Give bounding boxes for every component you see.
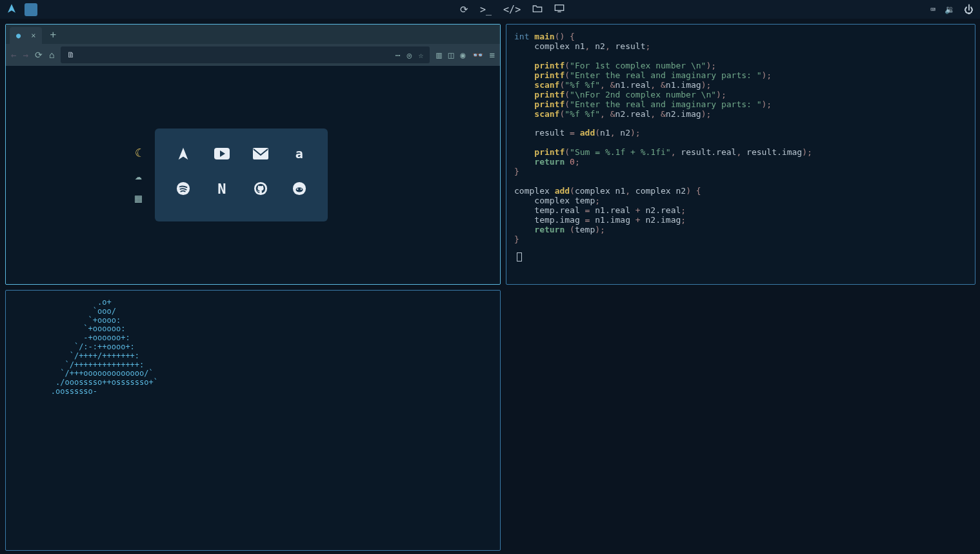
home-button[interactable]: ⌂	[49, 50, 54, 60]
workspace-3[interactable]	[61, 3, 74, 16]
folder-icon[interactable]	[532, 4, 543, 15]
sidebar-icon[interactable]: ◫	[448, 50, 454, 60]
forward-button[interactable]: →	[23, 50, 28, 60]
monitor-icon[interactable]	[554, 4, 565, 15]
top-panel: ⟳ >_ </> ⌨ 🔉 ⏻	[0, 0, 980, 19]
reload-button[interactable]: ⟳	[35, 50, 43, 60]
svg-point-9	[300, 189, 301, 190]
account-icon[interactable]: ◉	[460, 50, 465, 60]
terminal-icon[interactable]: >_	[480, 4, 492, 15]
moon-icon: ☾	[135, 146, 142, 159]
volume-indicator[interactable]: 🔉	[945, 5, 955, 14]
svg-point-7	[295, 187, 303, 192]
workspace-5[interactable]	[97, 3, 110, 16]
browser-tabbar: ● × +	[6, 25, 500, 44]
speaker-icon: 🔉	[945, 5, 955, 14]
mail-icon[interactable]	[252, 145, 269, 162]
spotify-icon[interactable]	[175, 180, 192, 197]
cloud-icon: ☁	[135, 169, 142, 182]
arch-ascii-logo: .o+ `ooo/ `+oooo: `+oooooo: -+oooooo+: `…	[14, 298, 158, 396]
arch-logo-icon	[6, 3, 17, 16]
close-icon[interactable]: ×	[31, 31, 35, 40]
startpage-weather-column: ☾ ☁ ▦	[135, 146, 142, 205]
calendar-icon: ▦	[135, 191, 142, 205]
code-content: int main() { complex n1, n2, result; pri…	[514, 32, 967, 245]
browser-window: ● × + ← → ⟳ ⌂ 🗎 ⋯ ◎ ☆ ▥ ◫	[5, 24, 501, 285]
browser-viewport: ☾ ☁ ▦ a N	[6, 66, 500, 284]
archlinux-icon[interactable]	[175, 145, 192, 162]
browser-tab[interactable]: ● ×	[10, 27, 42, 44]
library-icon[interactable]: ▥	[436, 50, 441, 60]
code-icon[interactable]: </>	[503, 4, 521, 15]
netflix-icon[interactable]: N	[214, 180, 230, 197]
new-tab-button[interactable]: +	[50, 28, 56, 41]
glasses-icon[interactable]: 👓	[472, 50, 483, 60]
bookmark-icon[interactable]: ☆	[418, 50, 423, 60]
svg-rect-3	[253, 148, 268, 159]
url-bar[interactable]: 🗎 ⋯ ◎ ☆	[61, 46, 430, 63]
svg-point-8	[297, 189, 298, 190]
workspace-2[interactable]	[43, 3, 55, 16]
ram-indicator: ⌨	[930, 5, 935, 14]
reload-icon[interactable]: ⟳	[460, 4, 468, 15]
lock-icon: 🗎	[67, 50, 75, 59]
back-button[interactable]: ←	[11, 50, 16, 60]
browser-toolbar: ← → ⟳ ⌂ 🗎 ⋯ ◎ ☆ ▥ ◫ ◉ 👓 ≡	[6, 44, 500, 66]
youtube-icon[interactable]	[214, 145, 230, 162]
power-icon[interactable]: ⏻	[964, 4, 974, 15]
topbar-center: ⟳ >_ </>	[460, 4, 580, 15]
keyboard-icon: ⌨	[930, 5, 935, 14]
startpage-card: a N	[155, 128, 328, 221]
more-icon[interactable]: ⋯	[395, 50, 401, 60]
code-editor-window: int main() { complex n1, n2, result; pri…	[506, 24, 975, 285]
startpage-links: a N	[175, 145, 308, 197]
svg-rect-0	[555, 5, 564, 10]
github-icon[interactable]	[252, 180, 269, 197]
tab-favicon: ●	[16, 31, 21, 40]
reddit-icon[interactable]	[291, 180, 308, 197]
topbar-right: ⌨ 🔉 ⏻	[930, 4, 974, 15]
workspace-4[interactable]	[79, 3, 92, 16]
reader-icon[interactable]: ◎	[407, 50, 412, 60]
editor-statusline	[514, 252, 967, 263]
workspace-1[interactable]	[25, 3, 37, 16]
cursor-icon	[517, 252, 522, 262]
menu-icon[interactable]: ≡	[490, 50, 495, 60]
amazon-icon[interactable]: a	[291, 145, 308, 162]
terminal-neofetch: .o+ `ooo/ `+oooo: `+oooooo: -+oooooo+: `…	[5, 290, 501, 551]
